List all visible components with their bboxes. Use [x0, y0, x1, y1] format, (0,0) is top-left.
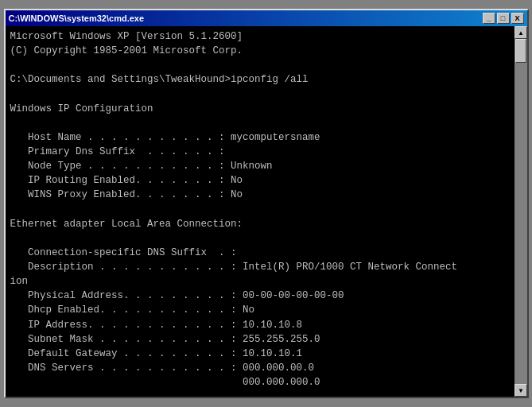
console-area: Microsoft Windows XP [Version 5.1.2600] … — [6, 26, 527, 397]
scrollbar[interactable]: ▲ ▼ — [515, 26, 527, 397]
close-button[interactable]: X — [511, 13, 524, 24]
window-title: C:\WINDOWS\system32\cmd.exe — [9, 14, 145, 23]
window-controls: _ □ X — [483, 13, 524, 24]
minimize-button[interactable]: _ — [483, 13, 495, 24]
scroll-track — [515, 39, 527, 384]
scroll-up-button[interactable]: ▲ — [515, 26, 527, 39]
console-output: Microsoft Windows XP [Version 5.1.2600] … — [10, 29, 522, 390]
scroll-thumb[interactable] — [515, 39, 526, 63]
scroll-down-button[interactable]: ▼ — [515, 384, 527, 397]
cmd-window: C:\WINDOWS\system32\cmd.exe _ □ X Micros… — [4, 9, 529, 398]
title-bar: C:\WINDOWS\system32\cmd.exe _ □ X — [6, 10, 527, 26]
maximize-button[interactable]: □ — [497, 13, 510, 24]
